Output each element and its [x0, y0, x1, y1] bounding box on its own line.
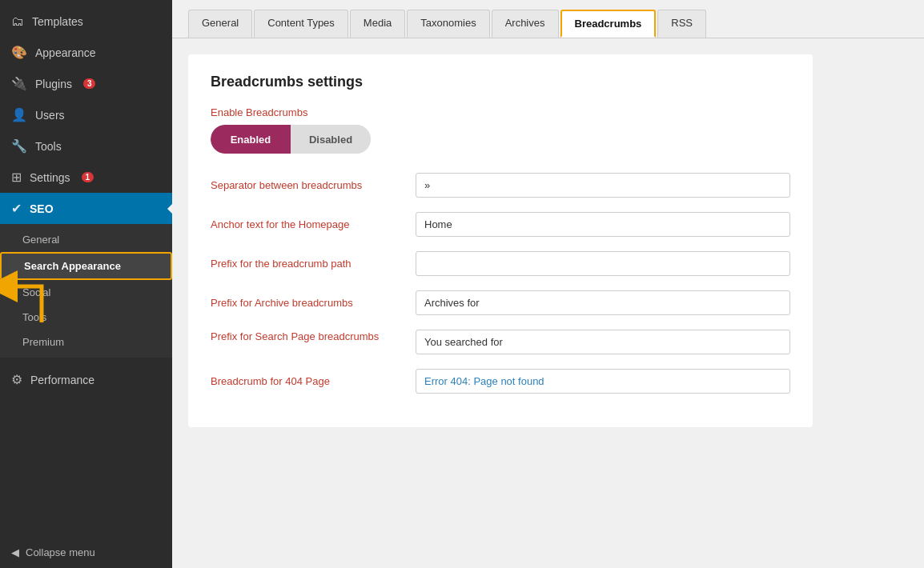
field-input-separator[interactable]	[416, 173, 790, 198]
submenu-tools[interactable]: Tools	[0, 305, 172, 330]
settings-icon: ⊞	[11, 170, 22, 185]
enable-breadcrumbs-section: Enable Breadcrumbs Enabled Disabled	[211, 106, 790, 154]
field-input-404[interactable]	[416, 369, 790, 394]
sidebar-item-plugins[interactable]: 🔌 Plugins 3	[0, 68, 172, 99]
field-label-prefix-path: Prefix for the breadcrumb path	[211, 251, 403, 270]
submenu-premium[interactable]: Premium	[0, 330, 172, 354]
appearance-icon: 🎨	[11, 45, 27, 60]
main-content: General Content Types Media Taxonomies A…	[172, 0, 924, 568]
tab-rss[interactable]: RSS	[657, 10, 706, 38]
field-input-prefix-path[interactable]	[416, 251, 790, 276]
sidebar-item-label: Plugins	[35, 78, 72, 90]
field-label-404: Breadcrumb for 404 Page	[211, 369, 403, 387]
sidebar-item-label: Templates	[32, 15, 83, 28]
enable-breadcrumbs-label: Enable Breadcrumbs	[211, 106, 790, 118]
sidebar-item-label: Settings	[30, 171, 70, 184]
field-row-404: Breadcrumb for 404 Page	[211, 369, 790, 394]
field-row-prefix-path: Prefix for the breadcrumb path	[211, 251, 790, 276]
field-label-separator: Separator between breadcrumbs	[211, 173, 403, 191]
collapse-icon: ◀	[11, 546, 19, 558]
tab-breadcrumbs[interactable]: Breadcrumbs	[560, 10, 657, 38]
plugins-badge: 3	[83, 78, 96, 89]
toggle-disabled-button[interactable]: Disabled	[291, 125, 371, 154]
settings-badge: 1	[82, 172, 94, 182]
field-label-anchor: Anchor text for the Homepage	[211, 212, 403, 230]
content-area: Breadcrumbs settings Enable Breadcrumbs …	[172, 38, 924, 568]
plugins-icon: 🔌	[11, 76, 27, 91]
field-label-prefix-archive: Prefix for Archive breadcrumbs	[211, 290, 403, 309]
field-input-prefix-search[interactable]	[416, 330, 790, 354]
sidebar-item-performance[interactable]: ⚙ Performance	[0, 364, 172, 395]
field-input-anchor[interactable]	[416, 212, 790, 237]
field-input-prefix-archive[interactable]	[416, 290, 790, 315]
sidebar-item-tools[interactable]: 🔧 Tools	[0, 130, 172, 162]
sidebar-item-appearance[interactable]: 🎨 Appearance	[0, 37, 172, 68]
submenu-search-appearance[interactable]: Search Appearance	[0, 252, 172, 280]
performance-icon: ⚙	[11, 372, 22, 387]
sidebar-item-label: Tools	[35, 140, 62, 153]
field-row-prefix-search: Prefix for Search Page breadcrumbs	[211, 330, 790, 354]
field-row-prefix-archive: Prefix for Archive breadcrumbs	[211, 290, 790, 315]
collapse-label: Collapse menu	[26, 546, 95, 558]
sidebar-item-label: Appearance	[35, 46, 96, 59]
sidebar-item-users[interactable]: 👤 Users	[0, 99, 172, 130]
settings-card: Breadcrumbs settings Enable Breadcrumbs …	[188, 54, 813, 427]
tab-archives[interactable]: Archives	[492, 10, 559, 38]
field-row-anchor: Anchor text for the Homepage	[211, 212, 790, 237]
submenu-general[interactable]: General	[0, 227, 172, 252]
submenu-item-label: Search Appearance	[24, 260, 121, 272]
users-icon: 👤	[11, 107, 27, 122]
sidebar: 🗂 Templates 🎨 Appearance 🔌 Plugins 3 👤 U…	[0, 0, 172, 568]
sidebar-item-seo[interactable]: ✔ SEO	[0, 193, 172, 224]
seo-icon: ✔	[11, 201, 22, 216]
tab-media[interactable]: Media	[350, 10, 405, 38]
sidebar-item-label: Users	[35, 109, 65, 122]
collapse-menu-button[interactable]: ◀ Collapse menu	[0, 537, 172, 568]
sidebar-item-settings[interactable]: ⊞ Settings 1	[0, 162, 172, 193]
templates-icon: 🗂	[11, 14, 24, 29]
seo-submenu: General Search Appearance Social Tools P…	[0, 224, 172, 358]
toggle-enabled-button[interactable]: Enabled	[211, 125, 291, 154]
tab-content-types[interactable]: Content Types	[254, 10, 348, 38]
submenu-social[interactable]: Social	[0, 280, 172, 305]
tabs-bar: General Content Types Media Taxonomies A…	[172, 0, 924, 38]
field-row-separator: Separator between breadcrumbs	[211, 173, 790, 198]
sidebar-item-templates[interactable]: 🗂 Templates	[0, 6, 172, 37]
tab-general[interactable]: General	[188, 10, 252, 38]
tab-taxonomies[interactable]: Taxonomies	[407, 10, 489, 38]
settings-title: Breadcrumbs settings	[211, 74, 790, 90]
performance-label: Performance	[30, 374, 94, 386]
field-label-prefix-search: Prefix for Search Page breadcrumbs	[211, 330, 403, 344]
enable-toggle[interactable]: Enabled Disabled	[211, 125, 371, 154]
seo-label: SEO	[30, 202, 54, 215]
tools-icon: 🔧	[11, 138, 27, 154]
